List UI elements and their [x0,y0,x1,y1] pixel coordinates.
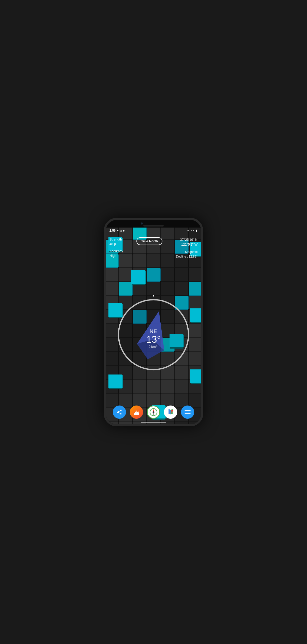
camera-dot [141,222,143,224]
svg-line-5 [118,411,120,412]
camera-status-icon: ◉ [123,229,125,232]
info-overlay: Strength 48 μT Accuracy High True North … [106,234,201,259]
accuracy-info: Accuracy High [109,249,123,258]
degree-label: 13° [146,334,161,345]
menu-icon [185,410,191,414]
battery-status-icon: ▮ [196,229,198,232]
signal-status-icon: ▲▲ [190,229,195,232]
compass-app-nav-button[interactable] [147,406,160,419]
svg-line-6 [118,413,120,414]
compass-arrow-container: NE 13° 0 km/h [128,307,179,363]
notch-area [106,220,201,228]
phone-frame: 2:56 ✦ ▤ ◉ ⌖ ▲▲ ▮ Strength 48 μT [104,218,203,426]
down-arrow-icon: ▼ [152,293,155,297]
crown-icon [133,409,140,415]
coords-line2: 122°5'2" W [181,243,198,246]
svg-point-13 [171,410,173,412]
strength-label: Strength [109,237,122,241]
svg-point-2 [120,410,122,411]
sim-status-icon: ▤ [120,229,122,232]
compass-area: ▼ NE 13° [118,293,189,370]
svg-marker-7 [134,410,139,414]
magnetic-info: Magnetic Decline : 12.89° [176,250,198,259]
magnetic-label: Magnetic [185,250,198,254]
speaker [143,225,164,227]
crown-nav-button[interactable] [130,406,143,419]
magnetic-value: Decline : 12.89° [176,255,198,258]
status-icons: ✦ ▤ ◉ [117,229,125,232]
settings-status-icon: ✦ [117,229,119,232]
svg-rect-14 [185,410,191,411]
svg-point-3 [117,412,119,413]
compass-app-icon [149,408,158,416]
info-right: 37°25'19" N 122°5'2" W Magnetic Decline … [176,237,198,259]
accuracy-label: Accuracy [109,249,123,253]
accuracy-value: High [109,254,116,258]
info-left: Strength 48 μT Accuracy High [109,237,123,258]
maps-icon [166,408,175,416]
direction-label: NE [146,328,161,334]
compass-center-text: NE 13° 0 km/h [146,328,161,349]
bottom-nav [106,404,201,424]
strength-value: 48 μT [109,242,118,246]
svg-point-12 [153,411,154,413]
status-left: 2:56 ✦ ▤ ◉ [109,229,125,232]
location-status-icon: ⌖ [187,229,189,232]
status-bar: 2:56 ✦ ▤ ◉ ⌖ ▲▲ ▮ [106,227,201,234]
share-icon [116,409,122,415]
compass-ring: NE 13° 0 km/h [118,299,189,370]
strength-info: Strength 48 μT [109,237,123,246]
svg-rect-16 [185,413,191,414]
home-indicator [141,422,166,423]
info-center: True North [136,237,162,245]
status-time: 2:56 [109,229,116,232]
svg-point-4 [120,413,122,415]
svg-rect-15 [185,412,191,412]
true-north-button[interactable]: True North [136,237,162,245]
speed-label: 0 km/h [146,345,161,349]
share-nav-button[interactable] [113,406,126,419]
screen: 2:56 ✦ ▤ ◉ ⌖ ▲▲ ▮ Strength 48 μT [106,227,201,424]
coords-info: 37°25'19" N 122°5'2" W [176,237,198,247]
maps-nav-button[interactable] [164,406,177,419]
status-right: ⌖ ▲▲ ▮ [187,229,198,232]
coords-line1: 37°25'19" N [180,238,198,242]
menu-nav-button[interactable] [181,406,194,419]
svg-rect-8 [134,414,139,415]
